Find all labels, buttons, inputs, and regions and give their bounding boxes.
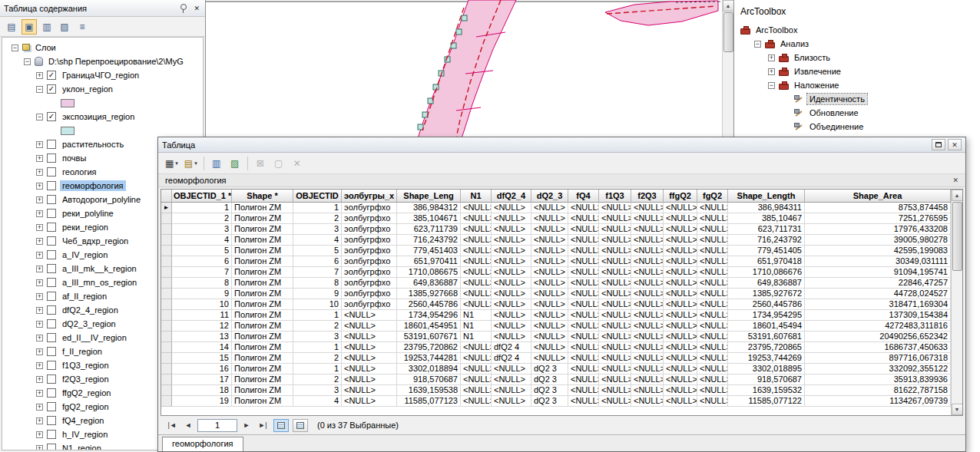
- maximize-icon[interactable]: [932, 139, 945, 150]
- clear-selection-icon[interactable]: ▢: [271, 156, 286, 171]
- toolbox-item[interactable]: −Анализ: [739, 37, 980, 51]
- table-tab[interactable]: геоморфология: [162, 437, 243, 451]
- list-by-drawing-order-icon[interactable]: ▤: [4, 19, 19, 35]
- expand-plus-icon[interactable]: +: [36, 224, 43, 231]
- column-header[interactable]: Shape_Length: [728, 190, 805, 203]
- table-row[interactable]: 8Полигон ZM8эолбугрфхо649,836887<NULL><N…: [161, 278, 951, 289]
- toc-layer-item[interactable]: −D:\shp Перепроецирование\2\MyG: [2, 54, 203, 68]
- layer-visibility-checkbox[interactable]: [47, 319, 56, 328]
- expand-plus-icon[interactable]: +: [36, 196, 43, 203]
- layer-visibility-checkbox[interactable]: [47, 209, 56, 218]
- layer-visibility-checkbox[interactable]: [47, 223, 56, 232]
- layer-visibility-checkbox[interactable]: [47, 292, 56, 301]
- last-record-button[interactable]: ►|: [256, 418, 270, 432]
- delete-selected-icon[interactable]: ✕: [290, 156, 305, 171]
- column-header[interactable]: f1Q3: [599, 190, 631, 203]
- layer-name[interactable]: экспозиция_region: [60, 111, 137, 122]
- expand-plus-icon[interactable]: +: [36, 417, 43, 424]
- toolbox-item[interactable]: ArcToolbox: [739, 23, 980, 37]
- layer-visibility-checkbox[interactable]: [47, 195, 56, 204]
- expand-plus-icon[interactable]: +: [768, 54, 775, 61]
- column-header[interactable]: ffgQ2: [664, 190, 697, 203]
- table-row[interactable]: 12Полигон ZM2<NULL>18601,454951N1<NULL><…: [161, 321, 951, 332]
- close-icon[interactable]: ✕: [948, 139, 962, 150]
- expand-plus-icon[interactable]: +: [36, 431, 43, 438]
- pin-icon[interactable]: [178, 3, 187, 13]
- layer-visibility-checkbox[interactable]: [47, 402, 56, 411]
- layer-visibility-checkbox[interactable]: ✓: [47, 112, 56, 121]
- column-header[interactable]: эолбугры_x: [342, 190, 397, 203]
- layer-name[interactable]: a_III_mk__k_region: [60, 263, 139, 274]
- toc-layer-item[interactable]: −Слои: [2, 41, 203, 54]
- layer-visibility-checkbox[interactable]: [47, 250, 56, 259]
- row-selector[interactable]: [161, 267, 172, 278]
- toolbox-item-label[interactable]: Наложение: [792, 80, 841, 91]
- row-selector[interactable]: [161, 353, 172, 364]
- dropdown-caret-icon[interactable]: ▾: [175, 160, 178, 167]
- toolbox-item-label[interactable]: Обновление: [807, 107, 861, 118]
- toc-layer-item[interactable]: −✓уклон_region: [2, 82, 203, 96]
- expand-plus-icon[interactable]: +: [36, 293, 43, 300]
- column-header[interactable]: f2Q3: [631, 190, 664, 203]
- row-selector[interactable]: [161, 310, 172, 321]
- expand-plus-icon[interactable]: +: [36, 279, 43, 286]
- toc-close-icon[interactable]: ✕: [192, 5, 201, 12]
- expand-plus-icon[interactable]: +: [36, 362, 43, 369]
- select-by-attributes-icon[interactable]: ▥: [209, 156, 224, 171]
- layer-name[interactable]: f_II_region: [60, 346, 104, 357]
- toolbox-item[interactable]: Обновление: [739, 106, 980, 120]
- row-selector[interactable]: ►: [161, 203, 172, 213]
- column-header[interactable]: OBJECTID: [293, 190, 342, 203]
- column-header[interactable]: fgQ2: [697, 190, 728, 203]
- table-close-icon[interactable]: ✕: [952, 177, 958, 184]
- layer-visibility-checkbox[interactable]: [47, 361, 56, 370]
- layer-visibility-checkbox[interactable]: [47, 167, 56, 177]
- toolbox-item-label[interactable]: Извлечение: [792, 66, 843, 77]
- layer-visibility-checkbox[interactable]: [47, 388, 56, 398]
- table-row[interactable]: 18Полигон ZM3<NULL>1639,159538<NULL><NUL…: [161, 385, 951, 396]
- layer-visibility-checkbox[interactable]: [47, 374, 56, 384]
- current-record-input[interactable]: 1: [197, 419, 237, 432]
- collapse-minus-icon[interactable]: −: [12, 45, 18, 51]
- first-record-button[interactable]: |◄: [165, 418, 179, 432]
- column-header[interactable]: N1: [461, 190, 492, 203]
- expand-plus-icon[interactable]: +: [36, 445, 43, 451]
- layer-name[interactable]: геология: [60, 167, 99, 177]
- expand-plus-icon[interactable]: +: [768, 68, 775, 75]
- layer-visibility-checkbox[interactable]: [47, 181, 56, 190]
- expand-plus-icon[interactable]: +: [36, 141, 43, 148]
- toolbox-item[interactable]: +Близость: [739, 51, 980, 64]
- layer-name[interactable]: почвы: [60, 153, 88, 163]
- layer-name[interactable]: fgQ2_region: [60, 401, 111, 412]
- collapse-minus-icon[interactable]: −: [36, 114, 43, 120]
- layer-name[interactable]: ffgQ2_region: [60, 388, 113, 398]
- toolbox-item[interactable]: −Наложение: [739, 78, 980, 92]
- options-menu-icon[interactable]: ≡: [74, 19, 90, 35]
- row-selector[interactable]: [161, 374, 172, 385]
- column-header[interactable]: fQ4: [568, 190, 599, 203]
- layer-visibility-checkbox[interactable]: [47, 430, 56, 439]
- expand-plus-icon[interactable]: +: [36, 183, 43, 190]
- table-row[interactable]: 5Полигон ZM5эолбугрфхо779,451403<NULL><N…: [161, 246, 951, 256]
- toolbox-item-label[interactable]: Идентичность: [807, 94, 867, 104]
- layer-name[interactable]: реки_polyline: [60, 208, 116, 219]
- expand-plus-icon[interactable]: +: [36, 321, 43, 328]
- table-row[interactable]: 11Полигон ZM1<NULL>1734,954296N1<NULL><N…: [161, 310, 951, 321]
- layer-visibility-checkbox[interactable]: [47, 444, 56, 450]
- layer-visibility-checkbox[interactable]: [47, 333, 56, 342]
- collapse-minus-icon[interactable]: −: [754, 41, 761, 48]
- layer-name[interactable]: D:\shp Перепроецирование\2\MyG: [46, 56, 186, 67]
- scroll-down-icon[interactable]: ▼: [952, 404, 963, 415]
- scroll-up-icon[interactable]: ▲: [952, 190, 963, 201]
- column-header[interactable]: dQ2_3: [531, 190, 568, 203]
- scroll-up-icon[interactable]: ▲: [723, 0, 734, 12]
- toolbox-item-label[interactable]: Близость: [792, 52, 833, 63]
- table-options-icon[interactable]: ▦▾: [164, 156, 180, 171]
- layer-name[interactable]: реки_region: [60, 222, 111, 233]
- layer-name[interactable]: dQ2_3_region: [60, 318, 118, 329]
- list-by-source-icon[interactable]: ▣: [22, 19, 37, 35]
- next-record-button[interactable]: ►: [240, 418, 253, 432]
- collapse-minus-icon[interactable]: −: [768, 82, 775, 89]
- show-all-records-button[interactable]: [273, 419, 289, 432]
- layer-visibility-checkbox[interactable]: ✓: [47, 84, 56, 94]
